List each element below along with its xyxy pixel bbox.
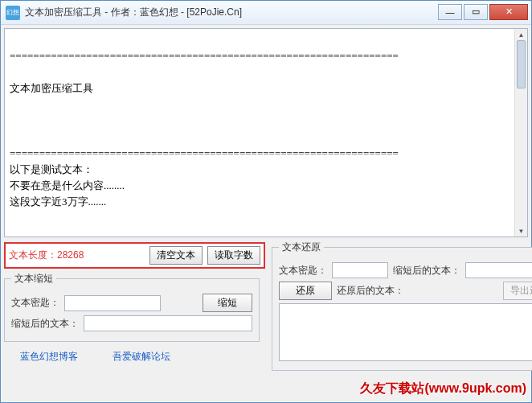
restore-key-label: 文本密匙： [279,264,327,278]
restore-result-textarea[interactable] [279,303,532,361]
shorten-result-input[interactable] [84,315,252,331]
restore-short-label: 缩短后的文本： [393,264,460,278]
titlebar[interactable]: 幻想 文本加密压缩工具 - 作者：蓝色幻想 - [52PoJie.Cn] — ▭… [1,1,531,25]
scroll-up-icon[interactable]: ▲ [515,29,527,40]
minimize-button[interactable]: — [438,4,462,20]
count-chars-button[interactable]: 读取字数 [207,246,260,265]
shorten-result-label: 缩短后的文本： [11,317,79,331]
watermark: 久友下载站(www.9upk.com) [360,380,526,397]
scroll-down-icon[interactable]: ▼ [515,225,527,236]
forum-link[interactable]: 吾爱破解论坛 [113,351,170,362]
window-title: 文本加密压缩工具 - 作者：蓝色幻想 - [52PoJie.Cn] [25,6,436,19]
restore-group: 文本还原 文本密匙： 缩短后的文本： 还原 还原后的文本： 导出还原文本(txt… [272,241,532,371]
text-scrollbar[interactable]: ▲ ▼ [514,29,527,236]
app-window: 幻想 文本加密压缩工具 - 作者：蓝色幻想 - [52PoJie.Cn] — ▭… [0,0,532,403]
scroll-thumb[interactable] [517,40,526,88]
restore-key-input[interactable] [332,262,388,278]
text-length-label: 文本长度：28268 [9,249,145,262]
shorten-key-input[interactable] [64,295,161,311]
restore-legend: 文本还原 [279,241,324,254]
close-button[interactable]: ✕ [489,4,528,20]
shorten-button[interactable]: 缩短 [203,294,252,312]
restore-button[interactable]: 还原 [279,282,332,300]
shorten-group: 文本缩短 文本密匙： 缩短 缩短后的文本： [4,272,260,342]
client-area: ========================================… [1,25,531,402]
restore-result-label: 还原后的文本： [337,284,404,298]
maximize-button[interactable]: ▭ [464,4,488,20]
export-restored-button[interactable]: 导出还原文本(txt) [503,282,532,300]
restore-short-input[interactable] [465,262,532,278]
shorten-legend: 文本缩短 [11,272,56,286]
clear-text-button[interactable]: 清空文本 [149,246,203,265]
app-icon: 幻想 [6,6,20,20]
window-controls: — ▭ ✕ [436,4,528,22]
links-row: 蓝色幻想博客 吾爱破解论坛 [4,348,265,365]
shorten-key-label: 文本密匙： [11,296,59,310]
length-row: 文本长度：28268 清空文本 读取字数 [4,242,265,269]
blog-link[interactable]: 蓝色幻想博客 [20,351,78,362]
main-text-area[interactable]: ========================================… [5,29,527,236]
main-text-area-wrap: ========================================… [4,28,528,237]
